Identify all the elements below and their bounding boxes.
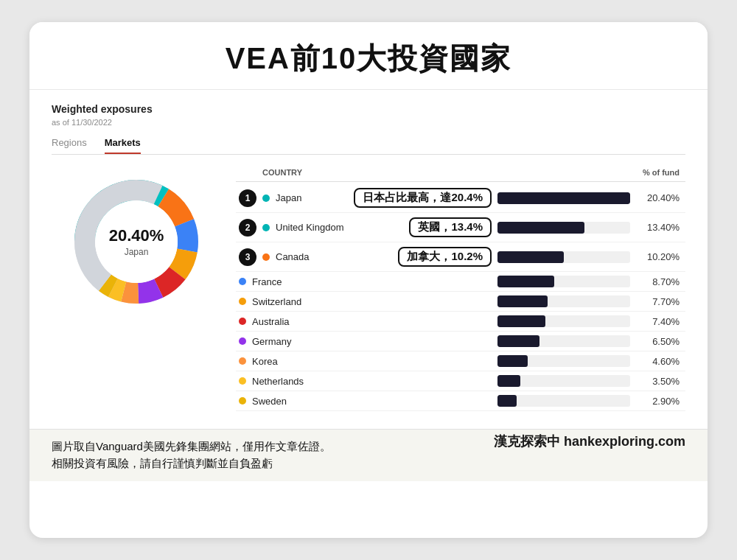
country-dot — [239, 318, 246, 325]
country-name: Netherlands — [252, 376, 497, 387]
bar-fill — [497, 375, 520, 387]
as-of-label: as of 11/30/2022 — [52, 118, 685, 127]
footer-brand: 漢克探索中 hankexploring.com — [494, 433, 685, 450]
rank-badge: 1 — [239, 189, 256, 207]
bar-container — [497, 315, 630, 327]
table-row: Netherlands 3.50% — [236, 371, 685, 391]
table-area: COUNTRY % of fund 1 Japan 日本占比最高，達20.4% … — [236, 168, 685, 411]
bar-fill — [497, 276, 554, 287]
country-name: France — [252, 276, 497, 287]
table-row: 2 United Kingdom 英國，13.4% 13.40% — [236, 213, 685, 242]
bar-container — [497, 395, 630, 407]
pct-value: 2.90% — [639, 396, 680, 407]
country-name: Australia — [252, 316, 497, 327]
country-name: United Kingdom — [276, 222, 405, 233]
bar-fill — [497, 251, 564, 263]
table-row: France 8.70% — [236, 272, 685, 292]
bar-container — [497, 251, 630, 263]
table-row: 3 Canada 加拿大，10.2% 10.20% — [236, 242, 685, 272]
table-row: 1 Japan 日本占比最高，達20.4% 20.40% — [236, 183, 685, 213]
page-title: VEA前10大投資國家 — [52, 38, 685, 79]
tab-markets[interactable]: Markets — [105, 137, 141, 154]
callout-uk: 英國，13.4% — [409, 217, 492, 237]
table-row: Australia 7.40% — [236, 312, 685, 332]
callout-japan: 日本占比最高，達20.4% — [354, 188, 492, 208]
country-name: Switzerland — [252, 296, 497, 307]
country-dot — [239, 357, 246, 365]
row-inner: 3 Canada 加拿大，10.2% 10.20% — [239, 247, 680, 267]
bar-container — [497, 192, 630, 204]
country-dot — [262, 195, 270, 202]
country-col-header: COUNTRY — [262, 168, 302, 177]
tab-regions[interactable]: Regions — [52, 137, 87, 154]
table-row: Korea 4.60% — [236, 351, 685, 371]
table-row: Germany 6.50% — [236, 332, 685, 351]
pct-value: 20.40% — [639, 192, 680, 203]
pct-value: 7.40% — [639, 316, 680, 327]
bar-fill — [497, 335, 539, 347]
row-inner: 1 Japan 日本占比最高，達20.4% 20.40% — [239, 188, 680, 208]
section-label: Weighted exposures — [52, 103, 685, 115]
bar-fill — [497, 355, 528, 367]
country-dot — [262, 224, 270, 231]
bar-fill — [497, 222, 584, 234]
country-dot — [239, 337, 246, 345]
rank-badge: 2 — [239, 219, 256, 237]
table-row: Sweden 2.90% — [236, 391, 685, 411]
table-row: Switzerland 7.70% — [236, 292, 685, 312]
pct-value: 6.50% — [639, 336, 680, 347]
pct-value: 3.50% — [639, 376, 680, 387]
pct-value: 8.70% — [639, 276, 680, 287]
country-dot — [239, 278, 246, 285]
content-area: Weighted exposures as of 11/30/2022 Regi… — [29, 90, 708, 419]
pct-value: 4.60% — [639, 356, 680, 367]
main-card: VEA前10大投資國家 Weighted exposures as of 11/… — [29, 22, 708, 538]
bar-container — [497, 276, 630, 287]
country-dot — [239, 397, 246, 405]
donut-center: 20.40% Japan — [109, 226, 164, 257]
donut-chart: 20.40% Japan — [63, 168, 210, 315]
bar-fill — [497, 315, 545, 327]
footer: 漢克探索中 hankexploring.com 圖片取自Vanguard美國先鋒… — [29, 429, 708, 481]
pct-value: 7.70% — [639, 296, 680, 307]
tabs: Regions Markets — [52, 137, 685, 155]
pct-value: 10.20% — [639, 251, 680, 262]
country-dot — [239, 377, 246, 385]
donut-area: 20.40% Japan — [52, 168, 221, 315]
country-dot — [262, 253, 270, 261]
country-name: Korea — [252, 356, 497, 367]
bar-fill — [497, 192, 630, 204]
rank-badge: 3 — [239, 248, 256, 266]
donut-percent: 20.40% — [109, 226, 164, 245]
bar-fill — [497, 395, 517, 407]
pct-value: 13.40% — [639, 222, 680, 233]
bar-container — [497, 295, 630, 307]
callout-canada: 加拿大，10.2% — [398, 247, 492, 267]
country-name: Japan — [276, 192, 349, 203]
title-bar: VEA前10大投資國家 — [29, 22, 708, 90]
row-inner: 2 United Kingdom 英國，13.4% 13.40% — [239, 217, 680, 237]
table-header: COUNTRY % of fund — [236, 168, 685, 182]
bar-container — [497, 375, 630, 387]
donut-label: Japan — [109, 247, 164, 257]
footer-line2: 相關投資有風險，請自行謹慎判斷並自負盈虧 — [52, 457, 685, 471]
pct-col-header: % of fund — [643, 168, 680, 177]
bar-container — [497, 222, 630, 234]
bar-fill — [497, 295, 548, 307]
country-name: Germany — [252, 336, 497, 347]
country-dot — [239, 298, 246, 305]
main-content: 20.40% Japan COUNTRY % of fund 1 Japan — [52, 168, 685, 411]
bar-container — [497, 355, 630, 367]
country-name: Canada — [276, 251, 394, 262]
bar-container — [497, 335, 630, 347]
country-name: Sweden — [252, 396, 497, 407]
